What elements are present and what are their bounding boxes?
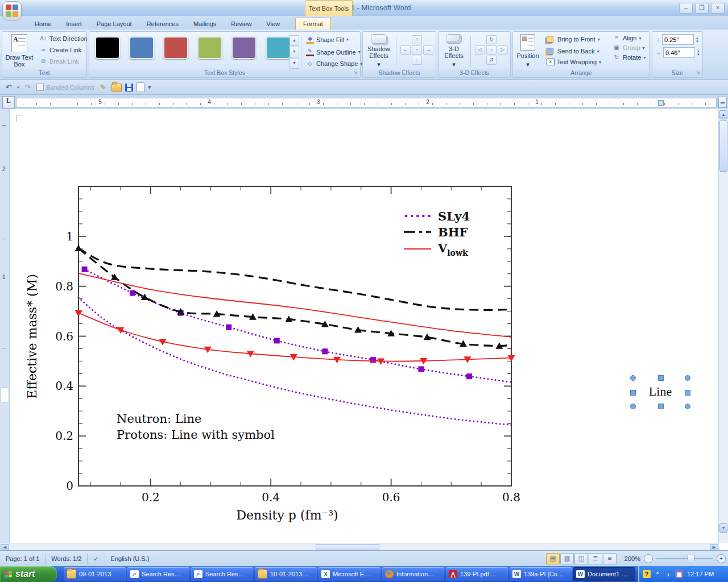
minimize-button[interactable]: –	[679, 3, 693, 14]
handle-middle-right[interactable]	[685, 390, 690, 396]
tab-home[interactable]: Home	[27, 18, 59, 30]
tab-review[interactable]: Review	[224, 18, 259, 30]
back-tray-icon[interactable]: ‹	[664, 570, 672, 578]
zoom-level[interactable]: 200%	[624, 555, 640, 562]
handle-top-left[interactable]	[630, 375, 636, 381]
tab-references[interactable]: References	[139, 18, 186, 30]
tilt-right-button[interactable]: ▷	[498, 45, 508, 55]
document-page[interactable]: 2 1 Density p (fm⁻³) Effective mass* (M)…	[0, 109, 728, 543]
taskbar-clock[interactable]: 12:17 PM	[687, 571, 714, 577]
style-swatch-6[interactable]	[266, 36, 291, 59]
vertical-scrollbar[interactable]: ▲ ▼	[718, 109, 728, 543]
tilt-down-button[interactable]: ↺	[486, 56, 497, 65]
taskbar-button-document1[interactable]: W Document1 …	[573, 567, 635, 581]
zoom-out-button[interactable]: –	[644, 554, 653, 563]
network-tray-icon[interactable]: ▣	[675, 570, 683, 578]
tilt-left-button[interactable]: ◁	[475, 45, 485, 55]
break-link-button[interactable]: ⊘ Break Link	[38, 57, 89, 65]
create-link-button[interactable]: ∞ Create Link	[38, 46, 89, 54]
restore-button[interactable]: ❐	[695, 3, 709, 14]
open-folder-icon[interactable]	[111, 84, 122, 92]
height-down-button[interactable]: ▼	[696, 40, 699, 43]
office-button[interactable]	[2, 1, 22, 20]
right-indent-marker[interactable]	[658, 100, 664, 106]
style-swatch-4[interactable]	[197, 36, 222, 59]
scroll-down-icon[interactable]: ▼	[719, 523, 727, 533]
vertical-scroll-thumb[interactable]	[719, 120, 727, 172]
taskbar-button-pdf[interactable]: ⋀ 139-PI.pdf …	[446, 567, 508, 581]
tab-format[interactable]: Format	[295, 18, 331, 30]
proofing-status[interactable]: ✓	[88, 554, 105, 564]
shape-width-input[interactable]	[663, 47, 695, 58]
rotate-button[interactable]: ↻ Rotate▾	[611, 53, 647, 61]
zoom-in-button[interactable]: +	[717, 554, 726, 563]
toggle-shadow-button[interactable]: ▫	[412, 45, 422, 55]
styles-more-button[interactable]: ▼▬	[289, 58, 299, 69]
tab-page-layout[interactable]: Page Layout	[89, 18, 139, 30]
style-swatch-3[interactable]	[163, 36, 188, 59]
draft-view-button[interactable]: ≡	[603, 553, 617, 564]
group-button[interactable]: ▣ Group▾	[611, 44, 647, 52]
horizontal-scrollbar[interactable]: ◀ ▶	[0, 543, 719, 551]
new-document-icon[interactable]	[136, 82, 144, 92]
tab-view[interactable]: View	[259, 18, 287, 30]
outline-view-button[interactable]: ≣	[589, 553, 602, 564]
scroll-up-icon[interactable]: ▲	[719, 110, 727, 119]
hide-icons-chevron-icon[interactable]: ⌃	[653, 570, 661, 578]
handle-bottom-center[interactable]	[658, 404, 664, 409]
chart-figure[interactable]: Density p (fm⁻³) Effective mass* (M) SLy…	[0, 109, 728, 543]
save-icon[interactable]	[125, 84, 133, 92]
print-layout-view-button[interactable]: ▤	[546, 553, 560, 564]
text-wrapping-button[interactable]: ✕ Text Wrapping▾	[545, 58, 603, 66]
bring-to-front-button[interactable]: Bring to Front▾	[545, 34, 603, 44]
3d-effects-button[interactable]: 3-D Effects▾	[440, 34, 468, 68]
width-down-button[interactable]: ▼	[697, 53, 700, 56]
handle-top-center[interactable]	[658, 375, 664, 381]
zoom-slider-thumb[interactable]	[688, 555, 694, 564]
toggle-3d-button[interactable]: ▫	[486, 45, 497, 55]
nudge-shadow-left-button[interactable]: ←	[400, 45, 411, 55]
shape-outline-button[interactable]: ✎ Shape Outline▾	[304, 47, 364, 57]
shape-fill-button[interactable]: ◆ Shape Fill▾	[304, 35, 364, 44]
toolbar-options-icon[interactable]: ▾	[148, 84, 151, 91]
horizontal-ruler[interactable]: 5 4 3 2 1	[16, 98, 717, 107]
align-button[interactable]: ≡ Align▾	[611, 34, 647, 42]
redo-icon[interactable]: ↷	[23, 82, 33, 93]
page-indicator[interactable]: Page: 1 of 1	[0, 554, 46, 564]
language-indicator[interactable]: English (U.S.)	[105, 554, 156, 564]
web-layout-view-button[interactable]: ◫	[574, 553, 588, 564]
handle-bottom-right[interactable]	[685, 404, 690, 409]
handle-bottom-left[interactable]	[630, 404, 636, 409]
banded-columns-control[interactable]: Banded Columns	[36, 84, 94, 91]
style-swatch-5[interactable]	[231, 36, 257, 59]
nudge-shadow-down-button[interactable]: ↓	[412, 56, 422, 65]
taskbar-button-excel[interactable]: X Microsoft E…	[318, 567, 380, 581]
change-shape-button[interactable]: ◇ Change Shape▾	[304, 60, 364, 68]
taskbar-button-firefox[interactable]: Information…	[382, 567, 444, 581]
taskbar-button-folder-1[interactable]: 09-01-2013	[64, 567, 126, 581]
undo-dropdown-icon[interactable]: ▾	[17, 85, 19, 90]
tab-mailings[interactable]: Mailings	[186, 18, 224, 30]
shadow-effects-button[interactable]: Shadow Effects▾	[364, 34, 394, 68]
send-to-back-button[interactable]: Send to Back▾	[545, 46, 603, 56]
tab-insert[interactable]: Insert	[59, 18, 89, 30]
style-swatch-1[interactable]	[95, 36, 120, 59]
nudge-shadow-right-button[interactable]: →	[423, 45, 433, 55]
edit-icon[interactable]: ✎	[98, 82, 108, 93]
undo-icon[interactable]: ↶	[3, 82, 14, 93]
taskbar-button-word-doc[interactable]: W 139a-PI [Co…	[510, 567, 572, 581]
tab-stop-selector[interactable]: L	[2, 96, 15, 109]
size-dialog-launcher[interactable]: ↘	[694, 69, 702, 77]
close-button[interactable]: ×	[711, 3, 725, 14]
line-textbox[interactable]: Line	[630, 375, 690, 409]
styles-scroll-down-button[interactable]: ▼	[289, 47, 299, 57]
word-count[interactable]: Words: 1/2	[46, 554, 88, 564]
zoom-slider[interactable]	[656, 558, 713, 559]
ruler-toggle-button[interactable]: ▬	[718, 97, 727, 108]
draw-text-box-button[interactable]: A Draw Text Box	[3, 34, 35, 68]
taskbar-button-search-2[interactable]: ⌕ Search Res…	[191, 567, 253, 581]
styles-dialog-launcher[interactable]: ↘	[351, 69, 359, 77]
start-button[interactable]: start	[0, 566, 57, 582]
position-button[interactable]: Position▾	[514, 34, 541, 68]
styles-scroll-up-button[interactable]: ▲	[289, 35, 299, 46]
